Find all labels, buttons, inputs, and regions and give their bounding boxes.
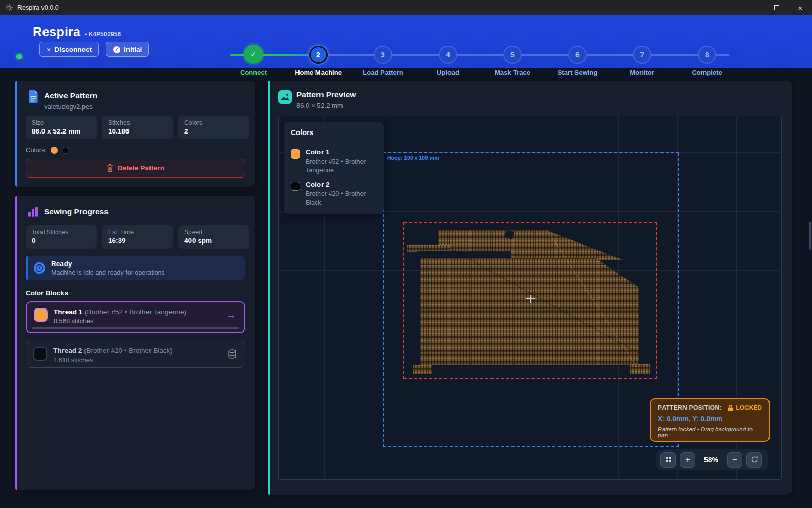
pattern-preview-card: Pattern Preview 86.0 × 52.2 mm Hoop: 100… <box>268 81 792 495</box>
stat-value: 16:39 <box>108 237 167 245</box>
step-label: Connect <box>223 69 284 76</box>
machine-serial: K4P502956 <box>89 31 121 38</box>
stat-stitches: Stitches 10.186 <box>102 116 173 139</box>
thread-2-detail: (Brother #20 • Brother Black) <box>84 347 173 355</box>
check-circle-icon: ✓ <box>113 46 120 53</box>
legend-color-name: Color 2 <box>306 181 377 188</box>
stat-label: Stitches <box>108 119 167 126</box>
colors-legend: Colors Color 1 Brother #52 • Brother Tan… <box>284 122 384 214</box>
step-label: Home Machine <box>288 69 349 76</box>
disconnect-label: Disconnect <box>54 46 92 53</box>
step-label: Load Pattern <box>352 69 414 76</box>
step-label: Monitor <box>611 69 673 76</box>
status-accent <box>26 256 28 280</box>
legend-color-desc: Brother #52 • Brother Tangerine <box>306 158 371 175</box>
titlebar: Respira v0.0.0 × <box>0 0 812 15</box>
thread-2-stitches: 1.618 stitches <box>53 357 93 364</box>
hoop-label: Hoop: 100 x 100 mm <box>387 154 439 161</box>
close-button[interactable]: × <box>788 0 812 15</box>
close-icon: × <box>798 4 803 12</box>
pattern-position-overlay: PATTERN POSITION: LOCKED X: 0.0mm, Y: 0.… <box>650 398 770 442</box>
pattern-preview-title: Pattern Preview <box>296 90 356 99</box>
sewing-progress-card: Sewing Progress Total Stitches 0 Est. Ti… <box>15 196 255 490</box>
pattern-dimensions: 86.0 × 52.2 mm <box>296 102 343 109</box>
window-title: Respira v0.0.0 <box>17 4 59 11</box>
scrollbar-thumb[interactable] <box>809 222 811 250</box>
card-accent <box>268 81 270 495</box>
step-number: 8 <box>705 51 709 59</box>
stat-speed: Speed 400 spm <box>178 225 249 249</box>
thread-2-swatch <box>33 347 47 361</box>
stat-label: Est. Time <box>108 229 167 236</box>
lock-icon <box>728 405 733 411</box>
image-icon <box>278 90 292 104</box>
minus-icon: − <box>732 455 737 465</box>
stat-label: Size <box>32 119 91 126</box>
stat-value: 0 <box>32 237 91 245</box>
step-home-machine[interactable]: 2 Home Machine <box>288 38 349 76</box>
legend-item-color-2: Color 2 Brother #20 • Brother Black <box>291 181 377 207</box>
step-label: Upload <box>417 69 479 76</box>
center-crosshair <box>526 295 535 303</box>
delete-pattern-button[interactable]: Delete Pattern <box>26 159 245 178</box>
legend-swatch-black <box>291 182 300 191</box>
thread-1-swatch <box>34 308 48 322</box>
colors-label: Colors: <box>26 146 47 154</box>
step-upload[interactable]: 4 Upload <box>417 38 479 76</box>
zoom-out-button[interactable]: − <box>727 452 742 468</box>
step-number: 4 <box>446 51 450 59</box>
maximize-button[interactable] <box>765 0 788 15</box>
maximize-icon <box>774 5 779 10</box>
step-monitor[interactable]: 7 Monitor <box>611 38 673 76</box>
disconnect-button[interactable]: × Disconnect <box>39 42 99 57</box>
minimize-button[interactable] <box>741 0 765 15</box>
step-mask-trace[interactable]: 5 Mask Trace <box>482 38 543 76</box>
step-start-sewing[interactable]: 6 Start Sewing <box>547 38 608 76</box>
thread-2-block[interactable]: Thread 2 (Brother #20 • Brother Black) 1… <box>26 341 245 368</box>
zoom-in-button[interactable]: + <box>680 452 695 468</box>
step-label: Start Sewing <box>547 69 608 76</box>
compress-icon <box>665 456 672 463</box>
stat-value: 400 spm <box>184 237 243 245</box>
app-header: Respira • K4P502956 × Disconnect ✓ Initi… <box>0 15 812 68</box>
thread-1-name: Thread 1 <box>54 308 82 316</box>
step-number: 6 <box>575 51 580 59</box>
fit-to-view-button[interactable] <box>660 452 676 468</box>
pattern-filename: valetudogv2.pes <box>44 103 93 111</box>
workflow-stepper: ✓ Connect 2 Home Machine 3 Load Pattern … <box>225 38 742 79</box>
stat-est-time: Est. Time 16:39 <box>102 225 173 249</box>
step-label: Complete <box>676 69 738 76</box>
step-number: 3 <box>381 51 385 59</box>
arrow-right-icon: → <box>226 310 236 321</box>
app-name: Respira <box>33 25 80 39</box>
step-connect[interactable]: ✓ Connect <box>223 38 284 76</box>
stat-value: 86.0 x 52.2 mm <box>32 127 91 135</box>
stat-label: Total Stitches <box>32 229 91 236</box>
file-icon <box>28 90 39 103</box>
refresh-icon <box>751 456 758 463</box>
thread-1-detail: (Brother #52 • Brother Tangerine) <box>84 308 186 316</box>
color-dot-black <box>62 147 69 154</box>
legend-color-desc: Brother #20 • Brother Black <box>306 190 377 207</box>
initial-button[interactable]: ✓ Initial <box>106 42 149 57</box>
disconnect-x-icon: × <box>47 46 51 54</box>
step-number: 7 <box>640 51 644 59</box>
card-accent <box>15 81 17 187</box>
active-pattern-title: Active Pattern <box>44 91 97 100</box>
reset-view-button[interactable] <box>746 452 762 468</box>
machine-status-box: Ready Machine is idle and ready for oper… <box>26 256 245 280</box>
step-number: 5 <box>510 51 515 59</box>
color-dot-orange <box>51 147 58 154</box>
thread-1-block[interactable]: Thread 1 (Brother #52 • Brother Tangerin… <box>26 301 245 333</box>
card-accent <box>15 196 17 490</box>
step-label: Mask Trace <box>482 69 543 76</box>
zoom-level: 58% <box>699 456 723 464</box>
color-blocks-label: Color Blocks <box>26 289 68 297</box>
app-window: Respira v0.0.0 × Respira • K4P502956 × D… <box>0 0 812 508</box>
locked-label: LOCKED <box>736 404 762 411</box>
step-complete[interactable]: 8 Complete <box>676 38 738 76</box>
step-load-pattern[interactable]: 3 Load Pattern <box>352 38 414 76</box>
preview-canvas[interactable]: Hoop: 100 x 100 mm Colors Color <box>278 116 782 480</box>
plus-icon: + <box>685 455 690 465</box>
serial-sep: • <box>84 31 87 38</box>
